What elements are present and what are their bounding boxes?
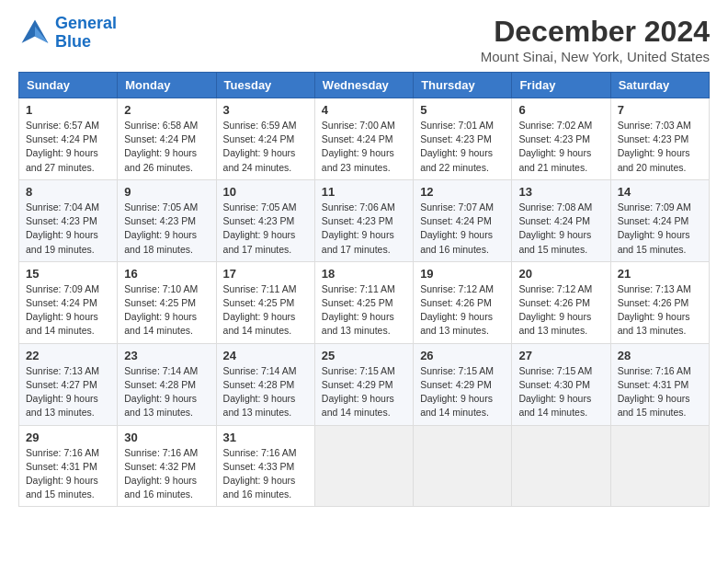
calendar-dow-monday: Monday <box>118 73 216 98</box>
calendar-cell: 14 Sunrise: 7:09 AM Sunset: 4:24 PM Dayl… <box>610 179 709 261</box>
calendar-cell: 16 Sunrise: 7:10 AM Sunset: 4:25 PM Dayl… <box>118 261 216 343</box>
day-number: 26 <box>420 349 505 362</box>
day-number: 31 <box>223 431 308 444</box>
day-number: 4 <box>322 103 406 117</box>
day-detail: Sunrise: 7:15 AM Sunset: 4:29 PM Dayligh… <box>420 364 505 420</box>
calendar-cell: 12 Sunrise: 7:07 AM Sunset: 4:24 PM Dayl… <box>414 179 512 261</box>
day-detail: Sunrise: 7:14 AM Sunset: 4:28 PM Dayligh… <box>223 364 308 420</box>
calendar-cell <box>314 425 413 507</box>
calendar-cell: 31 Sunrise: 7:16 AM Sunset: 4:33 PM Dayl… <box>216 425 314 507</box>
calendar-week-row: 22 Sunrise: 7:13 AM Sunset: 4:27 PM Dayl… <box>19 343 710 425</box>
calendar-cell: 29 Sunrise: 7:16 AM Sunset: 4:31 PM Dayl… <box>19 425 118 507</box>
calendar-header-row: SundayMondayTuesdayWednesdayThursdayFrid… <box>19 73 710 98</box>
day-detail: Sunrise: 7:16 AM Sunset: 4:32 PM Dayligh… <box>124 446 209 502</box>
day-detail: Sunrise: 7:15 AM Sunset: 4:30 PM Dayligh… <box>518 364 603 420</box>
day-number: 6 <box>518 103 603 117</box>
day-detail: Sunrise: 6:59 AM Sunset: 4:24 PM Dayligh… <box>223 119 308 175</box>
day-detail: Sunrise: 7:03 AM Sunset: 4:23 PM Dayligh… <box>618 119 702 175</box>
day-detail: Sunrise: 7:11 AM Sunset: 4:25 PM Dayligh… <box>322 282 406 339</box>
calendar-cell: 7 Sunrise: 7:03 AM Sunset: 4:23 PM Dayli… <box>610 98 709 180</box>
calendar-week-row: 8 Sunrise: 7:04 AM Sunset: 4:23 PM Dayli… <box>19 179 710 261</box>
calendar-week-row: 29 Sunrise: 7:16 AM Sunset: 4:31 PM Dayl… <box>19 425 710 507</box>
day-number: 16 <box>124 267 209 281</box>
day-number: 25 <box>322 349 406 362</box>
calendar-cell: 2 Sunrise: 6:58 AM Sunset: 4:24 PM Dayli… <box>118 98 216 180</box>
calendar-dow-saturday: Saturday <box>610 73 709 98</box>
day-detail: Sunrise: 7:05 AM Sunset: 4:23 PM Dayligh… <box>223 201 308 257</box>
day-number: 8 <box>26 185 110 199</box>
calendar-table: SundayMondayTuesdayWednesdayThursdayFrid… <box>18 72 710 507</box>
day-detail: Sunrise: 7:10 AM Sunset: 4:25 PM Dayligh… <box>124 282 209 339</box>
day-detail: Sunrise: 7:11 AM Sunset: 4:25 PM Dayligh… <box>223 282 308 339</box>
day-number: 13 <box>518 185 603 199</box>
day-number: 20 <box>518 267 603 281</box>
day-detail: Sunrise: 7:01 AM Sunset: 4:23 PM Dayligh… <box>420 119 505 175</box>
calendar-cell: 6 Sunrise: 7:02 AM Sunset: 4:23 PM Dayli… <box>512 98 610 180</box>
calendar-cell: 17 Sunrise: 7:11 AM Sunset: 4:25 PM Dayl… <box>216 261 314 343</box>
day-number: 22 <box>26 349 110 362</box>
day-number: 27 <box>518 349 603 362</box>
day-detail: Sunrise: 7:05 AM Sunset: 4:23 PM Dayligh… <box>124 201 209 257</box>
day-number: 9 <box>124 185 209 199</box>
calendar-cell: 23 Sunrise: 7:14 AM Sunset: 4:28 PM Dayl… <box>118 343 216 425</box>
calendar-cell: 5 Sunrise: 7:01 AM Sunset: 4:23 PM Dayli… <box>414 98 512 180</box>
day-number: 15 <box>26 267 110 281</box>
calendar-cell: 10 Sunrise: 7:05 AM Sunset: 4:23 PM Dayl… <box>216 179 314 261</box>
calendar-cell <box>414 425 512 507</box>
calendar-cell: 21 Sunrise: 7:13 AM Sunset: 4:26 PM Dayl… <box>610 261 709 343</box>
day-detail: Sunrise: 7:16 AM Sunset: 4:33 PM Dayligh… <box>223 446 308 502</box>
day-number: 7 <box>618 103 702 117</box>
day-number: 3 <box>223 103 308 117</box>
day-number: 1 <box>26 103 110 117</box>
day-detail: Sunrise: 7:12 AM Sunset: 4:26 PM Dayligh… <box>518 282 603 339</box>
calendar-dow-thursday: Thursday <box>414 73 512 98</box>
day-number: 24 <box>223 349 308 362</box>
calendar-cell: 28 Sunrise: 7:16 AM Sunset: 4:31 PM Dayl… <box>610 343 709 425</box>
day-number: 19 <box>420 267 505 281</box>
day-number: 5 <box>420 103 505 117</box>
title-area: December 2024 Mount Sinai, New York, Uni… <box>481 15 710 64</box>
calendar-week-row: 15 Sunrise: 7:09 AM Sunset: 4:24 PM Dayl… <box>19 261 710 343</box>
day-detail: Sunrise: 7:00 AM Sunset: 4:24 PM Dayligh… <box>322 119 406 175</box>
day-detail: Sunrise: 7:08 AM Sunset: 4:24 PM Dayligh… <box>518 201 603 257</box>
day-detail: Sunrise: 7:09 AM Sunset: 4:24 PM Dayligh… <box>26 282 110 339</box>
calendar-cell: 11 Sunrise: 7:06 AM Sunset: 4:23 PM Dayl… <box>314 179 413 261</box>
calendar-cell: 1 Sunrise: 6:57 AM Sunset: 4:24 PM Dayli… <box>19 98 118 180</box>
calendar-cell: 22 Sunrise: 7:13 AM Sunset: 4:27 PM Dayl… <box>19 343 118 425</box>
calendar-cell: 19 Sunrise: 7:12 AM Sunset: 4:26 PM Dayl… <box>414 261 512 343</box>
day-number: 12 <box>420 185 505 199</box>
calendar-cell: 25 Sunrise: 7:15 AM Sunset: 4:29 PM Dayl… <box>314 343 413 425</box>
calendar-cell: 13 Sunrise: 7:08 AM Sunset: 4:24 PM Dayl… <box>512 179 610 261</box>
day-detail: Sunrise: 7:09 AM Sunset: 4:24 PM Dayligh… <box>618 201 702 257</box>
day-number: 14 <box>618 185 702 199</box>
main-title: December 2024 <box>481 15 710 49</box>
logo-text: General Blue <box>55 15 117 52</box>
day-number: 21 <box>618 267 702 281</box>
calendar-cell: 3 Sunrise: 6:59 AM Sunset: 4:24 PM Dayli… <box>216 98 314 180</box>
day-detail: Sunrise: 7:16 AM Sunset: 4:31 PM Dayligh… <box>26 446 110 502</box>
calendar-cell <box>610 425 709 507</box>
day-number: 11 <box>322 185 406 199</box>
day-number: 23 <box>124 349 209 362</box>
calendar-cell: 24 Sunrise: 7:14 AM Sunset: 4:28 PM Dayl… <box>216 343 314 425</box>
day-detail: Sunrise: 7:13 AM Sunset: 4:27 PM Dayligh… <box>26 364 110 420</box>
calendar-dow-wednesday: Wednesday <box>314 73 413 98</box>
day-number: 30 <box>124 431 209 444</box>
calendar-body: 1 Sunrise: 6:57 AM Sunset: 4:24 PM Dayli… <box>19 98 710 507</box>
day-number: 29 <box>26 431 110 444</box>
calendar-cell: 20 Sunrise: 7:12 AM Sunset: 4:26 PM Dayl… <box>512 261 610 343</box>
subtitle: Mount Sinai, New York, United States <box>481 49 710 64</box>
calendar-cell: 27 Sunrise: 7:15 AM Sunset: 4:30 PM Dayl… <box>512 343 610 425</box>
day-detail: Sunrise: 7:02 AM Sunset: 4:23 PM Dayligh… <box>518 119 603 175</box>
calendar-cell: 8 Sunrise: 7:04 AM Sunset: 4:23 PM Dayli… <box>19 179 118 261</box>
calendar-dow-friday: Friday <box>512 73 610 98</box>
day-detail: Sunrise: 7:06 AM Sunset: 4:23 PM Dayligh… <box>322 201 406 257</box>
calendar-cell: 30 Sunrise: 7:16 AM Sunset: 4:32 PM Dayl… <box>118 425 216 507</box>
calendar-cell: 18 Sunrise: 7:11 AM Sunset: 4:25 PM Dayl… <box>314 261 413 343</box>
day-number: 10 <box>223 185 308 199</box>
day-detail: Sunrise: 7:04 AM Sunset: 4:23 PM Dayligh… <box>26 201 110 257</box>
calendar-dow-sunday: Sunday <box>19 73 118 98</box>
day-detail: Sunrise: 7:07 AM Sunset: 4:24 PM Dayligh… <box>420 201 505 257</box>
day-detail: Sunrise: 6:57 AM Sunset: 4:24 PM Dayligh… <box>26 119 110 175</box>
header: General Blue December 2024 Mount Sinai, … <box>18 15 710 64</box>
